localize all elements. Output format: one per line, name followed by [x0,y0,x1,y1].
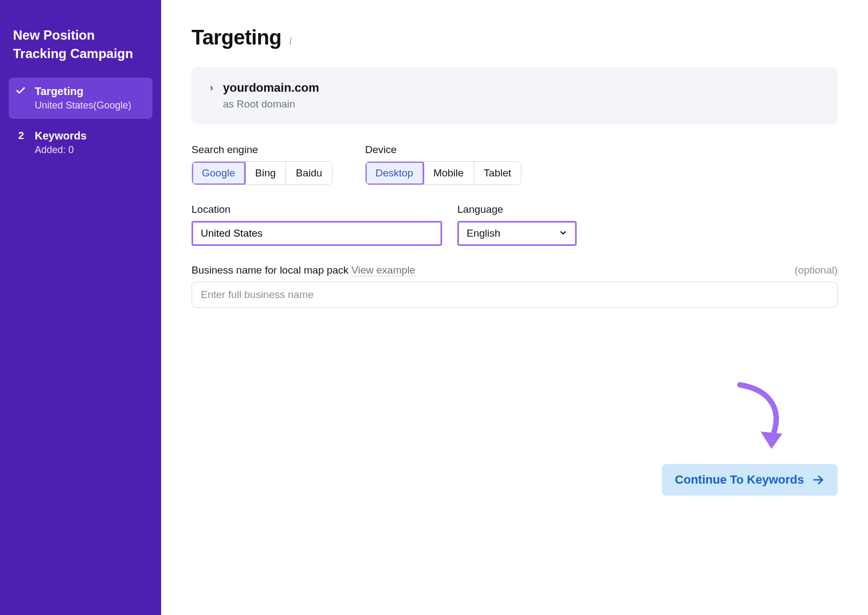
group-language: Language English [457,204,577,246]
location-input-wrap[interactable] [192,221,442,246]
step-targeting[interactable]: Targeting United States(Google) [9,78,152,119]
chevron-down-icon [559,229,567,239]
row-location-language: Location Language English [192,204,838,246]
business-name-input[interactable] [192,282,838,308]
arrow-right-icon [812,473,825,486]
group-location: Location [192,204,442,246]
sidebar-title: New Position Tracking Campaign [9,26,152,62]
business-optional: (optional) [795,264,838,276]
group-business: Business name for local map pack View ex… [192,264,838,308]
sidebar: New Position Tracking Campaign Targeting… [0,0,161,615]
step-body: Targeting United States(Google) [35,85,145,111]
search-engine-bing[interactable]: Bing [245,162,286,185]
domain-type-prefix: as [223,98,237,110]
segmented-device: Desktop Mobile Tablet [365,161,521,185]
group-search-engine: Search engine Google Bing Baidu [192,144,333,185]
page-title-row: Targeting i [192,26,838,49]
svg-marker-0 [761,432,782,449]
business-label-row: Business name for local map pack View ex… [192,264,838,276]
domain-card-body: yourdomain.com as Root domain [223,81,319,110]
step-sub-keywords: Added: 0 [35,144,145,156]
business-view-example-link[interactable]: View example [352,264,416,276]
row-engine-device: Search engine Google Bing Baidu Device D… [192,144,838,185]
continue-label: Continue To Keywords [675,473,804,487]
continue-to-keywords-button[interactable]: Continue To Keywords [662,464,838,496]
search-engine-google[interactable]: Google [192,162,245,185]
segmented-search-engine: Google Bing Baidu [192,161,333,185]
domain-type-value: Root domain [237,98,295,110]
main-panel: Targeting i › yourdomain.com as Root dom… [161,0,868,615]
device-desktop[interactable]: Desktop [366,162,424,185]
domain-name: yourdomain.com [223,81,319,95]
label-business: Business name for local map pack View ex… [192,264,416,276]
label-search-engine: Search engine [192,144,333,156]
step-body: Keywords Added: 0 [35,130,145,156]
label-device: Device [365,144,521,156]
label-business-text: Business name for local map pack [192,264,352,276]
chevron-right-icon: › [210,81,213,93]
step-sub-targeting: United States(Google) [35,100,145,111]
step-label-targeting: Targeting [35,85,145,98]
group-device: Device Desktop Mobile Tablet [365,144,521,185]
language-select[interactable]: English [457,221,577,246]
annotation-arrow-icon [729,379,794,458]
step-label-keywords: Keywords [35,130,145,142]
label-language: Language [457,204,577,215]
language-value: English [467,227,500,239]
device-tablet[interactable]: Tablet [474,162,521,185]
label-location: Location [192,204,442,215]
step-number: 2 [15,130,27,142]
check-icon [15,85,27,96]
search-engine-baidu[interactable]: Baidu [286,162,332,185]
step-keywords[interactable]: 2 Keywords Added: 0 [9,122,152,163]
page-title: Targeting [192,26,282,49]
domain-card[interactable]: › yourdomain.com as Root domain [192,67,838,124]
device-mobile[interactable]: Mobile [424,162,474,185]
info-icon[interactable]: i [289,35,292,47]
domain-type: as Root domain [223,98,319,110]
location-input[interactable] [201,227,433,239]
